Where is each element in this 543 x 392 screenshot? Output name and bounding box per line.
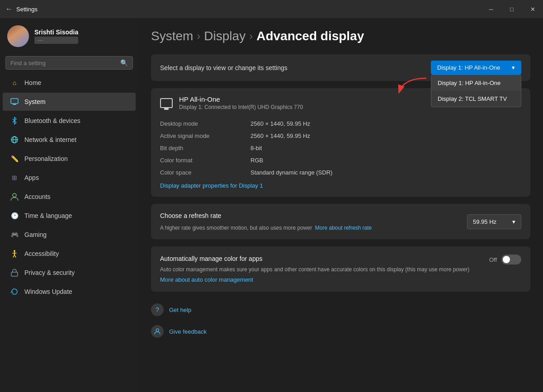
breadcrumb-sep2: › xyxy=(249,30,253,43)
sidebar-item-label: Accounts xyxy=(24,193,51,200)
page-title: Advanced display xyxy=(256,29,364,43)
nav-bluetooth[interactable]: Bluetooth & devices xyxy=(3,112,136,130)
get-help-link[interactable]: ? Get help xyxy=(151,299,530,321)
table-row: Active signal mode 2560 × 1440, 59.95 Hz xyxy=(160,130,521,142)
sidebar-item-label: Accessibility xyxy=(24,250,59,257)
color-management-desc: Auto color management makes sure your ap… xyxy=(160,266,521,273)
display-info-rows: Desktop mode 2560 × 1440, 59.95 Hz Activ… xyxy=(151,118,530,197)
back-button[interactable]: ← xyxy=(5,5,13,13)
display-dropdown-menu: Display 1: HP All-in-One Display 2: TCL … xyxy=(431,75,521,107)
accounts-icon xyxy=(10,192,19,201)
search-container: 🔍 xyxy=(0,52,138,73)
refresh-rate-value: 59.95 Hz xyxy=(473,218,496,225)
app-title: Settings xyxy=(16,6,38,13)
breadcrumb-sep1: › xyxy=(197,30,200,43)
color-space-value: Standard dynamic range (SDR) xyxy=(250,169,332,176)
network-icon xyxy=(10,135,19,144)
color-format-label: Color format xyxy=(160,157,250,164)
update-icon xyxy=(10,287,19,296)
maximize-button[interactable]: □ xyxy=(501,0,522,18)
display-dropdown-container: Display 1: HP All-in-One ▾ Display 1: HP… xyxy=(431,61,521,75)
minimize-button[interactable]: ─ xyxy=(481,0,501,18)
content-area: System › Display › Advanced display Sele… xyxy=(138,18,543,392)
sidebar-item-label: Home xyxy=(24,79,41,86)
adapter-properties-link[interactable]: Display adapter properties for Display 1 xyxy=(160,182,263,189)
sidebar-item-label: Privacy & security xyxy=(24,269,75,276)
svg-rect-11 xyxy=(11,272,18,276)
refresh-rate-select[interactable]: 59.95 Hz ▾ xyxy=(467,214,521,229)
nav-privacy[interactable]: Privacy & security xyxy=(3,264,136,282)
search-input[interactable] xyxy=(10,60,117,66)
breadcrumb-display[interactable]: Display xyxy=(204,29,246,43)
monitor-icon xyxy=(160,98,173,108)
table-row: Bit depth 8-bit xyxy=(160,142,521,154)
monitor-subtitle: Display 1: Connected to Intel(R) UHD Gra… xyxy=(179,104,303,110)
svg-line-9 xyxy=(13,255,14,257)
desktop-mode-value: 2560 × 1440, 59.95 Hz xyxy=(250,120,310,127)
color-space-label: Color space xyxy=(160,169,250,176)
color-management-row: Automatically manage color for apps Off … xyxy=(151,246,530,292)
display-selected-option: Display 1: HP All-in-One xyxy=(437,64,500,71)
color-management-toggle[interactable] xyxy=(501,255,521,264)
breadcrumb-system[interactable]: System xyxy=(151,29,193,43)
active-signal-value: 2560 × 1440, 59.95 Hz xyxy=(250,132,310,139)
nav-apps[interactable]: ⊞ Apps xyxy=(3,169,136,187)
bit-depth-value: 8-bit xyxy=(250,145,262,151)
table-row: Desktop mode 2560 × 1440, 59.95 Hz xyxy=(160,118,521,130)
system-icon xyxy=(10,97,19,106)
svg-rect-0 xyxy=(11,99,18,104)
nav-gaming[interactable]: 🎮 Gaming xyxy=(3,226,136,244)
toggle-status-label: Off xyxy=(489,256,497,263)
nav-accessibility[interactable]: Accessibility xyxy=(3,245,136,263)
sidebar-item-label: Apps xyxy=(24,174,39,181)
chevron-down-icon: ▾ xyxy=(512,64,515,71)
color-management-link[interactable]: More about auto color management xyxy=(160,276,253,283)
nav-accounts[interactable]: Accounts xyxy=(3,188,136,206)
nav-system[interactable]: System xyxy=(3,93,136,111)
refresh-rate-link[interactable]: More about refresh rate xyxy=(315,225,372,231)
nav-time[interactable]: 🕐 Time & language xyxy=(3,207,136,225)
search-icon: 🔍 xyxy=(120,59,128,66)
sidebar-item-label: Windows Update xyxy=(24,288,72,295)
personalization-icon: ✏️ xyxy=(10,154,19,163)
svg-point-5 xyxy=(13,194,16,197)
give-feedback-label: Give feedback xyxy=(169,328,207,335)
breadcrumb: System › Display › Advanced display xyxy=(151,29,530,43)
sidebar: Srishti Sisodia ···· 🔍 ⌂ Home System xyxy=(0,18,138,392)
get-help-label: Get help xyxy=(169,307,191,313)
display-option-2[interactable]: Display 2: TCL SMART TV xyxy=(431,91,521,107)
color-format-value: RGB xyxy=(250,157,263,164)
user-account: ···· xyxy=(34,37,78,44)
svg-line-10 xyxy=(14,255,16,257)
refresh-rate-title: Choose a refresh rate xyxy=(160,212,467,219)
display-option-1[interactable]: Display 1: HP All-in-One xyxy=(431,75,521,91)
nav-network[interactable]: Network & internet xyxy=(3,131,136,149)
nav-personalization[interactable]: ✏️ Personalization xyxy=(3,150,136,168)
table-row: Color space Standard dynamic range (SDR) xyxy=(160,166,521,179)
refresh-rate-desc: A higher rate gives smoother motion, but… xyxy=(160,221,467,231)
sidebar-item-label: Bluetooth & devices xyxy=(24,117,80,124)
sidebar-item-label: Personalization xyxy=(24,155,68,162)
time-icon: 🕐 xyxy=(10,211,19,220)
avatar xyxy=(7,25,29,47)
bit-depth-label: Bit depth xyxy=(160,145,250,151)
nav-home[interactable]: ⌂ Home xyxy=(3,74,136,92)
gaming-icon: 🎮 xyxy=(10,230,19,239)
bluetooth-icon xyxy=(10,116,19,125)
sidebar-item-label: Time & language xyxy=(24,212,72,219)
give-feedback-icon xyxy=(151,325,164,338)
display-selector-row: Select a display to view or change its s… xyxy=(151,54,530,81)
privacy-icon xyxy=(10,268,19,277)
close-button[interactable]: ✕ xyxy=(522,0,543,18)
user-name: Srishti Sisodia xyxy=(34,28,78,36)
sidebar-item-label: Network & internet xyxy=(24,136,76,143)
color-management-title: Automatically manage color for apps xyxy=(160,255,489,262)
svg-rect-1 xyxy=(13,104,16,105)
monitor-title: HP All-in-One xyxy=(179,95,303,103)
home-icon: ⌂ xyxy=(10,78,19,87)
nav-update[interactable]: Windows Update xyxy=(3,283,136,301)
give-feedback-link[interactable]: Give feedback xyxy=(151,321,530,342)
accessibility-icon xyxy=(10,249,19,258)
display-dropdown[interactable]: Display 1: HP All-in-One ▾ xyxy=(431,61,521,75)
user-profile[interactable]: Srishti Sisodia ···· xyxy=(0,18,138,52)
